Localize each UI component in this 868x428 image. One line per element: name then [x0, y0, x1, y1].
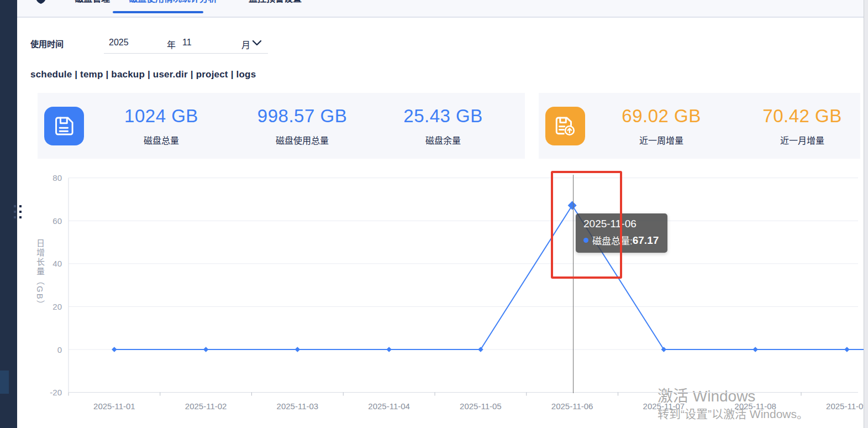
x-tick-label: 2025-11-05 — [460, 401, 502, 411]
vertical-scrollbar[interactable] — [864, 0, 868, 428]
y-tick-label: -20 — [50, 388, 62, 397]
data-point-diamond[interactable] — [386, 347, 392, 352]
x-tick-label: 2025-11-09 — [826, 401, 868, 411]
data-point-diamond[interactable] — [661, 347, 667, 352]
y-tick-label: 60 — [52, 216, 62, 226]
x-tick-label: 2025-11-08 — [734, 401, 776, 411]
data-point-diamond[interactable] — [295, 347, 301, 352]
y-tick-label: 40 — [52, 259, 62, 268]
x-tick-label: 2025-11-04 — [368, 401, 410, 411]
x-tick-label: 2025-11-07 — [643, 401, 685, 411]
data-point-diamond[interactable] — [203, 347, 209, 352]
x-tick-label: 2025-11-03 — [277, 401, 319, 411]
sidebar-active-item[interactable] — [0, 370, 9, 394]
daily-growth-line-chart[interactable]: 806040200-202025-11-012025-11-022025-11-… — [0, 0, 868, 428]
drag-dots — [14, 205, 16, 218]
x-tick-label: 2025-11-02 — [185, 401, 227, 411]
data-point-diamond[interactable] — [112, 347, 117, 352]
tooltip-value: 67.17 — [633, 234, 659, 247]
x-tick-label: 2025-11-01 — [93, 401, 135, 411]
y-tick-label: 20 — [52, 302, 62, 311]
annotation-red-box — [551, 171, 622, 279]
data-point-diamond[interactable] — [478, 347, 483, 352]
data-point-diamond[interactable] — [844, 347, 850, 352]
y-tick-label: 0 — [57, 345, 62, 354]
y-axis-title: 日增长量（GB） — [34, 239, 46, 327]
y-tick-label: 80 — [52, 173, 62, 182]
series-line — [114, 205, 864, 349]
data-point-diamond[interactable] — [753, 347, 758, 352]
drag-dots — [19, 205, 22, 218]
x-tick-label: 2025-11-06 — [551, 401, 593, 411]
sidebar-drag-handle-icon[interactable] — [13, 205, 23, 218]
